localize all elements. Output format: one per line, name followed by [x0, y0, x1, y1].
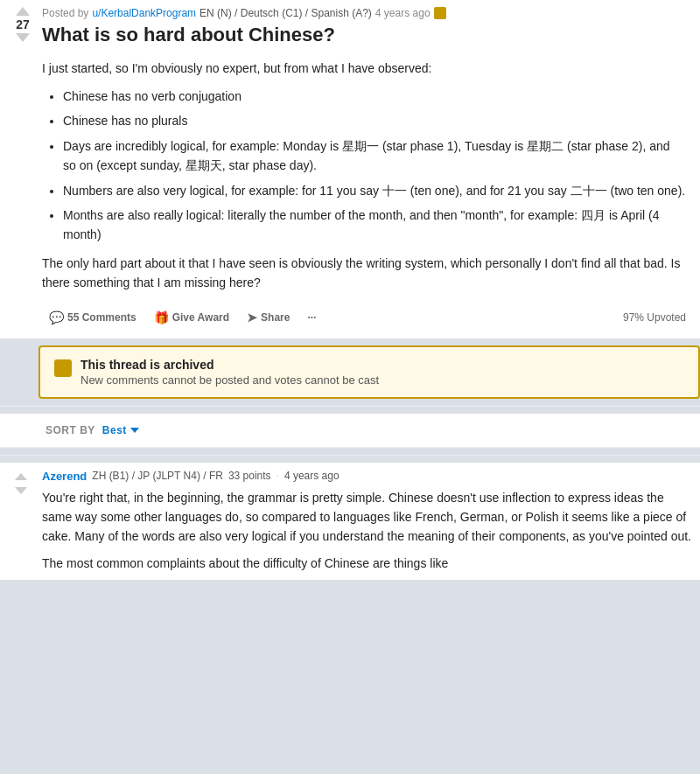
vote-count: 27 [16, 17, 30, 31]
comments-icon: 💬 [49, 310, 64, 324]
give-award-button[interactable]: 🎁 Give Award [147, 307, 236, 328]
comment-vote-row: Azerend ZH (B1) / JP (JLPT N4) / FR 33 p… [7, 470, 693, 581]
body-intro: I just started, so I'm obviously no expe… [42, 59, 686, 78]
share-button[interactable]: ➤ Share [240, 307, 297, 328]
post-top-row: 27 Posted by u/KerbalDankProgram EN (N) … [7, 7, 686, 331]
divider-2 [0, 455, 700, 456]
chevron-down-icon [130, 428, 139, 433]
comment-username[interactable]: Azerend [42, 470, 87, 483]
comment-time: 4 years ago [284, 470, 340, 482]
comments-button[interactable]: 💬 55 Comments [42, 307, 144, 328]
bullet-list: Chinese has no verb conjugation Chinese … [42, 87, 686, 245]
post-meta: Posted by u/KerbalDankProgram EN (N) / D… [42, 7, 686, 19]
comment-meta: Azerend ZH (B1) / JP (JLPT N4) / FR 33 p… [42, 470, 693, 483]
comment-downvote-button[interactable] [15, 487, 27, 494]
sort-select[interactable]: Best [102, 424, 139, 436]
more-icon: ··· [307, 311, 316, 324]
bullet-item: Days are incredibly logical, for example… [63, 136, 686, 176]
archive-banner-icon [54, 359, 72, 377]
archived-banner-title: This thread is archived [80, 358, 379, 372]
downvote-button[interactable] [16, 33, 30, 42]
share-label: Share [261, 311, 290, 324]
comment-points: 33 points [228, 470, 271, 482]
body-outro: The only hard part about it that I have … [42, 254, 686, 293]
archive-icon [434, 7, 446, 19]
more-button[interactable]: ··· [300, 308, 323, 327]
time-ago: 4 years ago [375, 7, 430, 19]
bullet-item: Numbers are also very logical, for examp… [63, 181, 686, 200]
archived-banner-text: New comments cannot be posted and votes … [80, 373, 379, 387]
comment-vote-col [7, 470, 35, 494]
sort-bar: SORT BY Best [0, 414, 700, 448]
language-badge: EN (N) / Deutsch (C1) / Spanish (A?) [200, 7, 372, 19]
archived-banner-content: This thread is archived New comments can… [80, 358, 379, 387]
bullet-item: Months are also really logical: literall… [63, 206, 686, 245]
post-title: What is so hard about Chinese? [42, 23, 686, 48]
comment-body-1: You're right that, in the beginning, the… [42, 488, 693, 547]
sort-value: Best [102, 424, 127, 436]
vote-column: 27 [7, 7, 38, 42]
comment-upvote-button[interactable] [15, 473, 27, 480]
gift-icon: 🎁 [154, 310, 169, 324]
share-icon: ➤ [247, 310, 257, 324]
post-body: I just started, so I'm obviously no expe… [42, 59, 686, 293]
comment-language: ZH (B1) / JP (JLPT N4) / FR [92, 470, 223, 482]
bullet-item: Chinese has no plurals [63, 111, 686, 130]
comment-body-2: The most common complaints about the dif… [42, 554, 693, 573]
post-main: Posted by u/KerbalDankProgram EN (N) / D… [42, 7, 686, 331]
comment-content: Azerend ZH (B1) / JP (JLPT N4) / FR 33 p… [35, 470, 693, 581]
upvote-button[interactable] [16, 7, 30, 16]
upvote-percentage: 97% Upvoted [623, 311, 686, 324]
divider [0, 406, 700, 407]
sort-by-label: SORT BY [46, 424, 95, 436]
bullet-item: Chinese has no verb conjugation [63, 87, 686, 106]
give-award-label: Give Award [172, 311, 229, 324]
comments-label: 55 Comments [67, 311, 136, 324]
posted-by-label: Posted by [42, 7, 88, 19]
username[interactable]: u/KerbalDankProgram [92, 7, 196, 19]
archived-banner: This thread is archived New comments can… [38, 345, 700, 399]
comment-card: Azerend ZH (B1) / JP (JLPT N4) / FR 33 p… [0, 463, 700, 581]
post-actions: 💬 55 Comments 🎁 Give Award ➤ Share ··· 9… [42, 303, 686, 331]
post-card: 27 Posted by u/KerbalDankProgram EN (N) … [0, 0, 700, 338]
comment-separator: · [276, 470, 279, 482]
